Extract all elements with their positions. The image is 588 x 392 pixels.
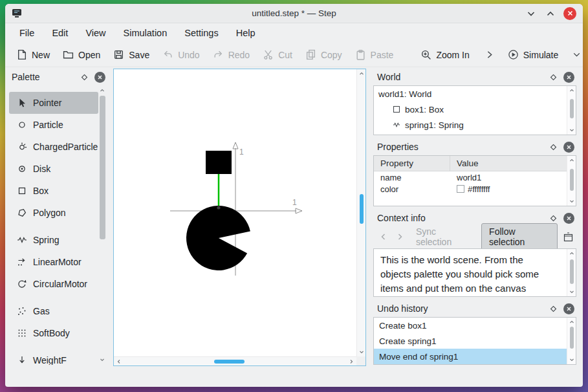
scroll-down-icon[interactable] <box>100 357 105 362</box>
simulate-button[interactable]: Simulate <box>502 45 564 64</box>
palette-close-button[interactable] <box>94 72 105 83</box>
scroll-down-icon[interactable] <box>569 199 574 204</box>
tree-item-spring1[interactable]: spring1: Spring <box>374 117 576 133</box>
palette-scrollbar-thumb[interactable] <box>100 96 105 239</box>
context-scrollbar-thumb[interactable] <box>570 259 574 284</box>
property-column-header: Property <box>374 156 450 171</box>
property-row-name[interactable]: name world1 <box>374 171 576 183</box>
palette-item-spring[interactable]: Spring <box>9 229 98 251</box>
canvas-vscroll-thumb[interactable] <box>360 194 364 224</box>
undo-history-float-button[interactable] <box>547 303 559 314</box>
scroll-up-icon[interactable] <box>569 88 574 93</box>
toolbar-overflow-button[interactable] <box>478 45 501 64</box>
properties-close-button[interactable] <box>563 142 574 153</box>
properties-scrollbar-thumb[interactable] <box>570 169 574 191</box>
scroll-down-icon[interactable] <box>359 349 364 354</box>
context-back-button[interactable] <box>378 231 389 243</box>
undo-item-label: Create spring1 <box>379 336 437 346</box>
palette-item-gas[interactable]: Gas <box>9 300 98 322</box>
open-in-browser-icon[interactable] <box>563 231 574 243</box>
close-button[interactable] <box>563 7 576 20</box>
save-button[interactable]: Save <box>107 45 155 64</box>
palette-item-softbody[interactable]: SoftBody <box>9 322 98 344</box>
minimize-button[interactable] <box>525 7 538 20</box>
properties-scrollbar <box>567 156 576 206</box>
undo-scrollbar-thumb[interactable] <box>570 327 574 349</box>
undo-item-create-box1[interactable]: Create box1 <box>374 318 576 333</box>
box1-object[interactable] <box>206 151 232 174</box>
menu-simulation[interactable]: Simulation <box>124 28 168 38</box>
zoom-in-label: Zoom In <box>436 50 469 60</box>
world-float-button[interactable] <box>547 71 559 83</box>
palette-group-gap <box>9 295 98 300</box>
properties-table-header[interactable]: Property Value <box>374 156 576 171</box>
world-close-button[interactable] <box>563 72 574 83</box>
simulate-label: Simulate <box>523 50 558 60</box>
context-forward-button[interactable] <box>395 231 406 243</box>
scroll-up-icon[interactable] <box>569 251 574 256</box>
tree-item-box1[interactable]: box1: Box <box>374 102 576 117</box>
titlebar[interactable]: untitled.step * — Step <box>5 4 583 23</box>
zoom-in-button[interactable]: Zoom In <box>415 45 475 64</box>
maximize-button[interactable] <box>544 7 557 20</box>
context-close-button[interactable] <box>563 213 574 224</box>
scroll-down-icon[interactable] <box>569 357 574 362</box>
world-scrollbar-thumb[interactable] <box>570 99 574 118</box>
property-name: color <box>374 184 450 194</box>
canvas-hscroll-thumb[interactable] <box>214 360 245 364</box>
value-column-header: Value <box>450 158 479 168</box>
undo-history-close-button[interactable] <box>563 303 574 314</box>
spring-icon <box>17 235 27 245</box>
property-name: name <box>374 173 450 182</box>
palette-item-label: LinearMotor <box>33 257 82 267</box>
cut-button[interactable]: Cut <box>257 45 298 64</box>
scroll-right-icon[interactable] <box>349 359 354 364</box>
spring-anchor-handle[interactable] <box>217 206 220 209</box>
pointer-icon <box>17 98 27 108</box>
undo-button[interactable]: Undo <box>157 45 205 64</box>
tree-item-world1[interactable]: world1: World <box>374 86 576 102</box>
simulate-dropdown-button[interactable] <box>565 45 583 64</box>
menu-edit[interactable]: Edit <box>52 28 68 38</box>
palette-float-button[interactable] <box>78 71 90 83</box>
property-row-color[interactable]: color #ffffffff <box>374 183 576 195</box>
scroll-up-icon[interactable] <box>569 158 574 163</box>
palette-item-circularmotor[interactable]: CircularMotor <box>9 273 98 295</box>
properties-float-button[interactable] <box>547 141 559 153</box>
palette-item-particle[interactable]: Particle <box>9 114 98 136</box>
open-button[interactable]: Open <box>57 45 106 64</box>
palette-item-polygon[interactable]: Polygon <box>9 202 98 224</box>
scroll-up-icon[interactable] <box>359 71 364 76</box>
paste-button[interactable]: Paste <box>349 45 400 64</box>
palette-item-linearmotor[interactable]: LinearMotor <box>9 251 98 273</box>
scroll-left-icon[interactable] <box>116 359 122 364</box>
property-value: world1 <box>450 173 481 182</box>
undo-item-create-spring1[interactable]: Create spring1 <box>374 333 576 349</box>
palette-item-box[interactable]: Box <box>9 180 98 202</box>
disk-object[interactable] <box>186 206 250 270</box>
palette-item-pointer[interactable]: Pointer <box>9 92 98 114</box>
menu-file[interactable]: File <box>19 28 34 38</box>
cut-label: Cut <box>278 50 292 60</box>
redo-button[interactable]: Redo <box>207 45 256 64</box>
context-float-button[interactable] <box>547 212 559 224</box>
undo-item-move-end-of-spring1[interactable]: Move end of spring1 <box>374 349 576 364</box>
context-scrollbar <box>567 249 576 296</box>
menu-view[interactable]: View <box>85 28 105 38</box>
new-button[interactable]: New <box>10 45 56 64</box>
scene-canvas[interactable]: 1 1 <box>113 69 366 366</box>
scroll-down-icon[interactable] <box>569 289 574 294</box>
menu-help[interactable]: Help <box>236 28 256 38</box>
copy-button[interactable]: Copy <box>299 45 348 64</box>
sync-selection-button[interactable]: Sync selection <box>411 224 476 250</box>
scroll-up-icon[interactable] <box>100 88 105 93</box>
scroll-down-icon[interactable] <box>569 127 574 133</box>
palette-scrollbar <box>98 87 107 365</box>
window-title: untitled.step * — Step <box>5 8 583 18</box>
palette-item-disk[interactable]: Disk <box>9 158 98 180</box>
follow-selection-button[interactable]: Follow selection <box>481 223 558 250</box>
palette-item-chargedparticle[interactable]: ChargedParticle <box>9 136 98 158</box>
scroll-up-icon[interactable] <box>569 320 574 325</box>
menu-settings[interactable]: Settings <box>184 28 218 38</box>
palette-item-weightforce[interactable]: WeightF <box>9 349 98 365</box>
